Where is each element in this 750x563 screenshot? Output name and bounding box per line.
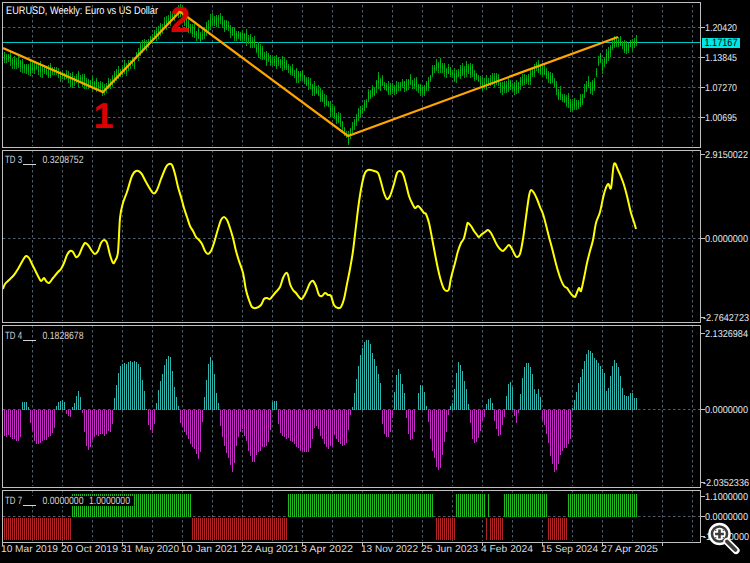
svg-text:1.0000000: 1.0000000 (89, 495, 130, 507)
svg-text:13 Nov 2022: 13 Nov 2022 (361, 544, 418, 555)
svg-text:31 May 2020: 31 May 2020 (121, 544, 179, 555)
svg-text:27 Apr 2025: 27 Apr 2025 (601, 544, 658, 555)
svg-text:15 Sep 2024: 15 Sep 2024 (541, 544, 598, 555)
svg-text:-2.0352336: -2.0352336 (703, 478, 749, 489)
svg-text:EURUSD, Weekly: Euro vs US Do: EURUSD, Weekly: Euro vs US Dollar (6, 5, 158, 17)
svg-text:10 Jan 2021: 10 Jan 2021 (181, 544, 238, 555)
svg-text:2.9150022: 2.9150022 (705, 150, 748, 161)
svg-text:1.00695: 1.00695 (705, 113, 737, 124)
svg-text:-2.7642723: -2.7642723 (703, 313, 749, 324)
svg-text:0.0000000: 0.0000000 (705, 405, 748, 416)
svg-text:0.1828678: 0.1828678 (43, 330, 84, 342)
svg-text:0.0000000: 0.0000000 (43, 495, 84, 507)
svg-text:2: 2 (170, 0, 190, 40)
svg-text:3 Apr 2022: 3 Apr 2022 (301, 544, 353, 555)
svg-text:TD 7: TD 7 (5, 495, 22, 507)
svg-text:TD 4: TD 4 (5, 330, 22, 342)
svg-text:20 Oct 2019: 20 Oct 2019 (61, 544, 118, 555)
svg-text:1.20420: 1.20420 (705, 23, 737, 34)
svg-text:10 Mar 2019: 10 Mar 2019 (1, 544, 58, 555)
svg-text:1.1000000: 1.1000000 (705, 492, 748, 503)
svg-text:1.07270: 1.07270 (705, 83, 737, 94)
svg-text:25 Jun 2023: 25 Jun 2023 (421, 544, 478, 555)
svg-text:22 Aug 2021: 22 Aug 2021 (241, 544, 299, 555)
svg-text:1.13845: 1.13845 (705, 53, 737, 64)
svg-text:1.17167: 1.17167 (705, 37, 738, 49)
svg-text:4 Feb 2024: 4 Feb 2024 (481, 544, 533, 555)
svg-text:0.0000000: 0.0000000 (705, 512, 748, 523)
svg-text:0.0000000: 0.0000000 (705, 234, 748, 245)
svg-text:TD 3: TD 3 (5, 154, 22, 166)
svg-text:2.1326984: 2.1326984 (705, 329, 748, 340)
svg-text:0.3208752: 0.3208752 (43, 154, 84, 166)
svg-text:1: 1 (93, 95, 113, 136)
